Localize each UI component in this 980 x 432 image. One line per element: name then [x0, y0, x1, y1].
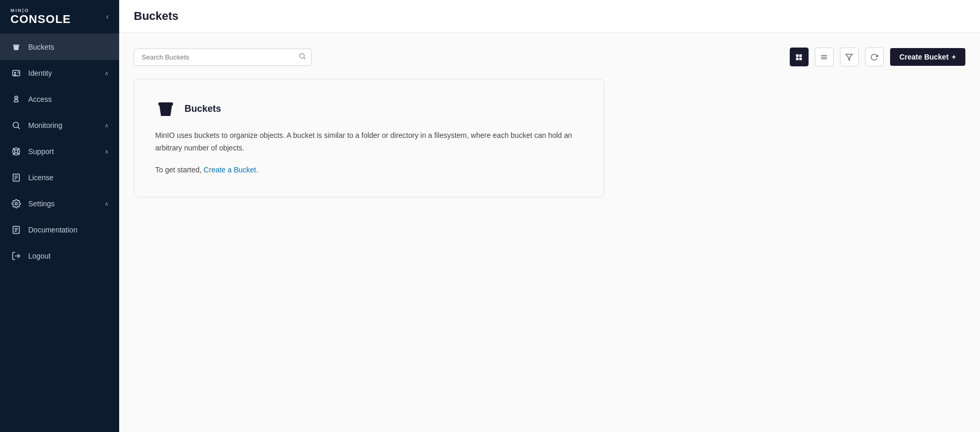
svg-rect-29	[796, 57, 799, 60]
sidebar-item-documentation[interactable]: Documentation	[0, 217, 119, 243]
sidebar-item-logout-label: Logout	[28, 252, 109, 260]
settings-chevron-icon: ∧	[105, 201, 109, 207]
grid-view-button[interactable]	[790, 48, 809, 66]
svg-rect-35	[158, 102, 173, 106]
sidebar-item-access-label: Access	[28, 95, 109, 103]
search-wrapper	[134, 49, 312, 66]
svg-rect-0	[13, 45, 19, 46]
logo-console: CONSOLE	[10, 14, 71, 25]
license-icon	[10, 172, 22, 183]
empty-state-title: Buckets	[185, 103, 221, 114]
search-icon	[298, 52, 306, 60]
topbar: Buckets	[119, 0, 980, 33]
svg-line-8	[18, 127, 19, 129]
sidebar-collapse-button[interactable]: ‹	[104, 10, 111, 24]
monitoring-icon	[10, 120, 22, 131]
empty-state-cta-prefix: To get started,	[155, 166, 202, 174]
main-content: Buckets	[119, 0, 980, 432]
svg-point-2	[14, 72, 16, 74]
empty-state-description: MinIO uses buckets to organize objects. …	[155, 130, 583, 155]
create-bucket-plus-icon: +	[952, 53, 956, 61]
sidebar-item-identity[interactable]: Identity ∧	[0, 60, 119, 86]
identity-chevron-icon: ∧	[105, 70, 109, 77]
sidebar-header: MIN|O CONSOLE ‹	[0, 0, 119, 34]
sidebar-item-access[interactable]: Access	[0, 86, 119, 112]
sidebar-item-buckets[interactable]: Buckets	[0, 34, 119, 60]
search-button[interactable]	[298, 52, 306, 62]
empty-state-card: Buckets MinIO uses buckets to organize o…	[134, 79, 604, 197]
filter-button[interactable]	[840, 48, 859, 66]
documentation-icon	[10, 224, 22, 236]
sidebar-item-buckets-label: Buckets	[28, 43, 109, 51]
empty-state-bucket-icon	[155, 98, 176, 119]
filter-icon	[845, 53, 853, 61]
sidebar-item-monitoring[interactable]: Monitoring ∧	[0, 112, 119, 138]
svg-marker-34	[846, 54, 852, 60]
sidebar-item-support[interactable]: Support ∧	[0, 138, 119, 165]
monitoring-chevron-icon: ∧	[105, 122, 109, 129]
empty-state-cta: To get started, Create a Bucket.	[155, 164, 583, 177]
refresh-button[interactable]	[865, 48, 884, 66]
sidebar-item-license[interactable]: License	[0, 165, 119, 191]
access-icon	[10, 94, 22, 105]
settings-icon	[10, 198, 22, 209]
support-chevron-icon: ∧	[105, 148, 109, 155]
page-title: Buckets	[134, 9, 179, 22]
sidebar-item-license-label: License	[28, 173, 109, 182]
create-bucket-button[interactable]: Create Bucket +	[890, 48, 965, 66]
refresh-icon	[870, 53, 878, 61]
sidebar: MIN|O CONSOLE ‹ Buckets Identity ∧	[0, 0, 119, 432]
sidebar-item-monitoring-label: Monitoring	[28, 121, 105, 130]
svg-rect-27	[796, 54, 799, 56]
sidebar-item-settings[interactable]: Settings ∧	[0, 191, 119, 217]
logo: MIN|O CONSOLE	[10, 8, 71, 25]
logout-icon	[10, 250, 22, 262]
content-area: Create Bucket + Buckets MinIO uses bucke…	[119, 33, 980, 432]
svg-point-6	[16, 97, 17, 98]
bucket-icon	[10, 41, 22, 53]
svg-rect-28	[799, 54, 802, 56]
list-icon	[820, 53, 828, 61]
identity-icon	[10, 67, 22, 79]
list-view-button[interactable]	[815, 48, 834, 66]
svg-line-26	[304, 57, 305, 59]
toolbar: Create Bucket +	[134, 48, 965, 66]
svg-rect-30	[799, 57, 802, 60]
svg-point-10	[15, 150, 18, 153]
sidebar-item-logout[interactable]: Logout	[0, 243, 119, 269]
svg-point-7	[13, 122, 19, 128]
sidebar-item-settings-label: Settings	[28, 200, 105, 208]
empty-card-header: Buckets	[155, 98, 583, 119]
create-bucket-label: Create Bucket	[900, 53, 949, 61]
sidebar-item-support-label: Support	[28, 147, 105, 156]
grid-icon	[795, 53, 803, 61]
sidebar-item-identity-label: Identity	[28, 69, 105, 77]
search-input[interactable]	[134, 49, 312, 66]
svg-point-19	[15, 203, 18, 205]
sidebar-item-documentation-label: Documentation	[28, 226, 109, 234]
support-icon	[10, 146, 22, 157]
create-bucket-link[interactable]: Create a Bucket.	[204, 166, 258, 174]
svg-point-25	[300, 54, 305, 59]
